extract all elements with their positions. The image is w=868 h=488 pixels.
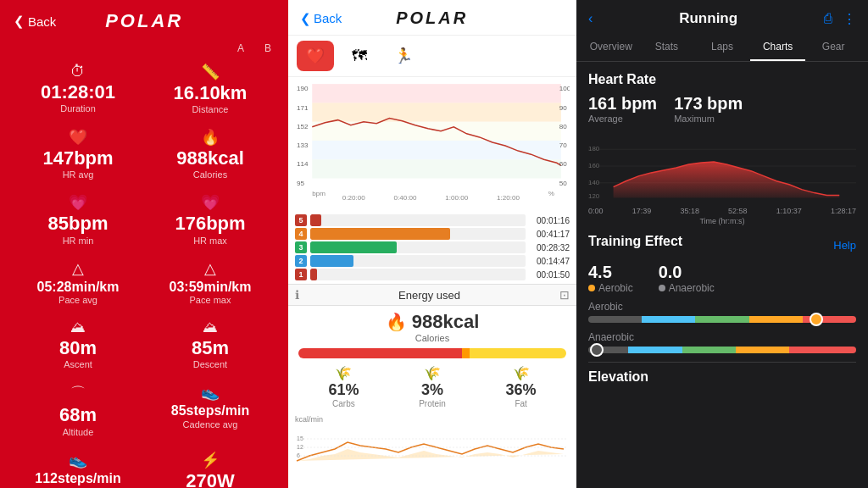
pace-max-icon: △ (204, 259, 216, 278)
tab-gear[interactable]: Gear (805, 34, 861, 61)
stat-calories: 🔥 988kcal Calories (146, 123, 275, 185)
protein-name: Protein (419, 399, 446, 408)
svg-text:160: 160 (588, 162, 600, 169)
svg-text:0:40:00: 0:40:00 (393, 194, 417, 202)
calories-label: Calories (193, 169, 227, 180)
chevron-left-icon: ❮ (14, 14, 25, 29)
svg-text:50: 50 (559, 180, 568, 187)
tab-charts[interactable]: Charts (750, 34, 806, 61)
tab-stats[interactable]: Stats (639, 34, 695, 61)
zone-2-num: 2 (295, 255, 307, 267)
svg-marker-36 (614, 162, 840, 197)
anaerobic-dot (659, 285, 665, 291)
panel3-icons: ⎙ ⋮ (824, 11, 856, 27)
panel2-header: ❮ Back POLAR (288, 0, 576, 36)
more-icon[interactable]: ⋮ (843, 11, 856, 27)
stats-panel: ❮ Back POLAR A B ⏱ 01:28:01 Duration 📏 1… (0, 0, 288, 488)
zone-1-bar (310, 269, 317, 280)
svg-text:%: % (548, 190, 554, 197)
cal-label: Calories (298, 333, 566, 343)
nav-tabs: Overview Stats Laps Charts Gear (576, 34, 868, 62)
anaerobic-slider-row: Anaerobic (588, 331, 856, 353)
energy-bar: ℹ Energy used ⊡ (288, 284, 576, 306)
fat-pct: 36% (506, 381, 537, 399)
zone-row-5: 5 00:01:16 (295, 214, 570, 226)
power-avg-value: 270W (186, 471, 234, 488)
zone-3-bar (310, 241, 397, 253)
stat-duration: ⏱ 01:28:01 Duration (14, 58, 142, 119)
fat-bar (470, 348, 566, 358)
stat-pace-avg: △ 05:28min/km Pace avg (14, 254, 142, 311)
anaerobic-value: 0.0 (659, 263, 715, 282)
svg-text:80: 80 (559, 123, 568, 130)
map-tab-icon: 🗺 (352, 47, 367, 65)
back-button-panel2[interactable]: ❮ Back (300, 11, 342, 26)
hr-section-title: Heart Rate (588, 72, 856, 87)
polar-logo-panel1: POLAR (105, 10, 183, 32)
tab-map[interactable]: 🗺 (341, 41, 378, 71)
back-button-panel1[interactable]: ❮ Back (14, 14, 56, 29)
svg-text:6: 6 (297, 452, 300, 458)
carbs-bar (298, 348, 462, 358)
pace-avg-icon: △ (72, 259, 84, 278)
aerobic-label: Aerobic (588, 282, 633, 294)
zone-5-num: 5 (295, 214, 307, 226)
heart-tab-icon: ❤️ (306, 47, 325, 65)
cadence-avg-label: Cadence avg (183, 419, 238, 430)
aerobic-slider-thumb[interactable] (810, 313, 823, 326)
aerobic-slider-label: Aerobic (588, 301, 856, 313)
hr-chart-area: 190 171 152 133 114 95 100 90 80 70 60 5… (288, 77, 576, 213)
svg-text:100: 100 (559, 85, 570, 92)
fat-name: Fat (515, 399, 526, 408)
svg-rect-4 (312, 159, 561, 178)
tab-heart-rate[interactable]: ❤️ (297, 41, 334, 71)
pace-max-label: Pace max (190, 295, 231, 305)
ascent-icon: ⛰ (70, 319, 86, 336)
svg-text:70: 70 (559, 141, 568, 149)
timer-icon: ⏱ (70, 63, 86, 80)
polar-logo-panel2: POLAR (342, 8, 522, 28)
hr-chart-p3-svg: 180 160 140 120 (588, 132, 856, 200)
elevation-title: Elevation (588, 369, 856, 385)
kcal-value: 988kcal (412, 311, 480, 332)
tab-laps[interactable]: Laps (694, 34, 750, 61)
zone-3-num: 3 (295, 241, 307, 253)
svg-rect-0 (312, 84, 561, 103)
tab-overview[interactable]: Overview (583, 34, 639, 61)
zone-5-bar (310, 214, 321, 226)
energy-content: 🔥 988kcal Calories 🌾 61% Carbs 🌾 3% Prot… (288, 306, 576, 413)
fat-icon: 🌾 (513, 365, 530, 381)
svg-text:190: 190 (297, 85, 309, 92)
te-aerobic: 4.5 Aerobic (588, 263, 633, 294)
tab-running[interactable]: 🏃 (385, 41, 422, 71)
svg-text:60: 60 (559, 160, 568, 168)
heart-icon: ❤️ (69, 128, 87, 147)
share-icon[interactable]: ⎙ (824, 11, 832, 27)
te-help-button[interactable]: Help (833, 239, 856, 252)
svg-text:12: 12 (297, 444, 303, 450)
protein-bar (462, 348, 470, 358)
run-tab-icon: 🏃 (394, 47, 413, 65)
svg-text:0:20:00: 0:20:00 (342, 194, 366, 202)
hr-min-label: HR min (63, 236, 94, 246)
aerobic-slider-track (588, 316, 856, 323)
zone-3-bar-container (310, 241, 526, 253)
training-effect-section: Training Effect Help 4.5 Aerobic 0.0 Ana… (588, 234, 856, 353)
anaerobic-label: Anaerobic (659, 282, 715, 294)
te-section-title: Training Effect (588, 234, 682, 249)
zone-1-bar-container (310, 269, 526, 280)
protein-pct: 3% (421, 381, 443, 399)
calories-value: 988kcal (176, 148, 244, 169)
stat-descent: ⛰ 85m Descent (146, 313, 275, 374)
running-panel: ‹ Running ⎙ ⋮ Overview Stats Laps Charts… (576, 0, 868, 488)
zone-row-3: 3 00:28:32 (295, 241, 570, 253)
panel3-title: Running (593, 10, 824, 27)
aerobic-value: 4.5 (588, 263, 633, 282)
zone-4-num: 4 (295, 228, 307, 240)
expand-icon[interactable]: ⊡ (559, 288, 570, 302)
time-axis: 0:00 17:39 35:18 52:58 1:10:37 1:28:17 (588, 207, 856, 215)
anaerobic-slider-thumb[interactable] (590, 343, 604, 357)
zone-row-2: 2 00:14:47 (295, 255, 570, 267)
time-4: 1:10:37 (776, 207, 802, 215)
hr-max-value-p3: 173 bpm (674, 94, 743, 114)
